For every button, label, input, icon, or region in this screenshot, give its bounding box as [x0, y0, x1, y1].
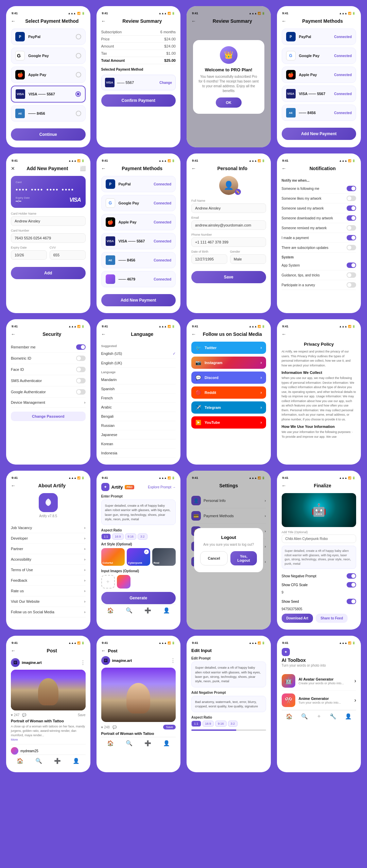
- about-website[interactable]: Visit Our Website›: [11, 596, 86, 607]
- tab-home[interactable]: 🏠: [107, 607, 114, 614]
- tab-profile[interactable]: 👤: [163, 740, 170, 746]
- change-link[interactable]: Change: [159, 81, 172, 85]
- chip-1-1[interactable]: 1:1: [101, 534, 111, 540]
- tab-profile[interactable]: 👤: [163, 607, 170, 614]
- scan-icon[interactable]: ⬜: [80, 166, 86, 171]
- toggle-survey[interactable]: [347, 282, 356, 288]
- security-device[interactable]: Device Management ›: [11, 398, 86, 408]
- tab-post[interactable]: ➕: [54, 758, 61, 764]
- about-social[interactable]: Follow us on Social Media›: [11, 607, 86, 617]
- tab-home[interactable]: 🏠: [107, 740, 114, 746]
- edit-prompt-text[interactable]: Super detailed, create a nft of happy ba…: [191, 662, 266, 687]
- applepay-radio[interactable]: [76, 72, 81, 77]
- style-real[interactable]: Real: [152, 548, 176, 566]
- toggle-cfg[interactable]: [347, 582, 356, 587]
- social-discord[interactable]: 💬 Discord ›: [191, 372, 266, 384]
- toggle-appsystem[interactable]: [347, 263, 356, 268]
- back-button[interactable]: ←: [282, 483, 286, 488]
- toggle-remixed[interactable]: [347, 225, 356, 231]
- about-partner[interactable]: Partner›: [11, 544, 86, 554]
- phone-input[interactable]: [191, 237, 266, 247]
- about-job[interactable]: Job Vacancy›: [11, 523, 86, 533]
- google-item[interactable]: G Google Pay Connected: [101, 195, 176, 211]
- chip-9-16[interactable]: 9:16: [125, 534, 137, 540]
- lang-english-uk[interactable]: English (UK): [101, 359, 176, 368]
- more-icon[interactable]: ⋮: [170, 657, 176, 664]
- back-button[interactable]: ←: [101, 648, 106, 653]
- card-number-input[interactable]: [11, 233, 86, 243]
- toolbox-anime-gen[interactable]: 🎌 Anime Generator Turn your words or pho…: [282, 691, 356, 710]
- title-input[interactable]: [282, 535, 356, 543]
- tab-toolbox[interactable]: 🔧: [330, 713, 336, 720]
- more-link[interactable]: More: [11, 738, 86, 741]
- add-payment-button[interactable]: Add New Payment: [101, 294, 176, 306]
- yes-logout-button[interactable]: Yes, Logout: [230, 551, 257, 565]
- payment-applepay[interactable]: 🍎 Apple Pay: [11, 67, 86, 83]
- email-input[interactable]: [191, 220, 266, 230]
- gender-input[interactable]: [230, 254, 266, 264]
- google-item[interactable]: G Google Pay Connected: [282, 48, 356, 64]
- tab-search[interactable]: 🔍: [35, 758, 42, 764]
- lang-english-us[interactable]: English (US)✓: [101, 349, 176, 359]
- toggle-payment[interactable]: [347, 235, 356, 240]
- social-reddit[interactable]: 🔴 Reddit ›: [191, 386, 266, 399]
- toggle-faceid[interactable]: [76, 367, 86, 372]
- neg-prompt-text[interactable]: Bad anatomy, watermark, text, error, blu…: [191, 696, 266, 712]
- explore-link[interactable]: Explore Prompt →: [148, 485, 176, 489]
- prompt-text[interactable]: Super detailed, create a nft of happy ba…: [101, 500, 176, 525]
- edit-avatar-button[interactable]: ✏️: [235, 189, 241, 195]
- upload-button[interactable]: +: [101, 575, 115, 589]
- save-btn[interactable]: Save: [163, 725, 176, 729]
- chip-3-2[interactable]: 3:2: [228, 721, 238, 727]
- payment-googlepay[interactable]: G Google Pay: [11, 48, 86, 64]
- add-payment-button[interactable]: Add New Payment: [282, 128, 356, 140]
- save-btn[interactable]: Save: [78, 713, 86, 717]
- about-feedback[interactable]: Feedback›: [11, 575, 86, 586]
- toggle-downloaded[interactable]: [347, 215, 356, 221]
- tab-home[interactable]: 🏠: [17, 758, 23, 764]
- dob-input[interactable]: [191, 254, 227, 264]
- toggle-following[interactable]: [347, 186, 356, 191]
- back-button[interactable]: ←: [101, 18, 106, 24]
- change-password-button[interactable]: Change Password: [11, 412, 86, 421]
- apple-item[interactable]: 🍎 Apple Pay Connected: [282, 67, 356, 83]
- payment-paypal[interactable]: P PayPal: [11, 29, 86, 45]
- chip-1-1[interactable]: 1:1: [191, 721, 201, 727]
- social-instagram[interactable]: 📷 Instagram ›: [191, 357, 266, 369]
- about-rate[interactable]: Rate us›: [11, 586, 86, 596]
- chip-9-16[interactable]: 9:16: [215, 721, 227, 727]
- lang-bengali[interactable]: Bengali: [101, 412, 176, 421]
- visa-radio[interactable]: [75, 91, 81, 97]
- chip-3-2[interactable]: 3:2: [138, 534, 147, 540]
- lang-arabic[interactable]: Arabic: [101, 403, 176, 412]
- paypal-item[interactable]: P PayPal Connected: [101, 176, 176, 192]
- tab-search[interactable]: 🔍: [126, 740, 133, 746]
- ok-button[interactable]: OK: [216, 97, 242, 108]
- about-terms[interactable]: Terms of Use›: [11, 565, 86, 575]
- toolbox-avatar-gen[interactable]: 🤖 AI Avatar Generator Create your words …: [282, 671, 356, 691]
- more-icon[interactable]: ⋮: [80, 659, 86, 666]
- back-button[interactable]: ←: [11, 483, 16, 488]
- chip-16-9[interactable]: 16:9: [203, 721, 214, 727]
- visa-item[interactable]: VISA VISA —— 5567 Connected: [101, 233, 176, 249]
- googlepay-radio[interactable]: [76, 53, 81, 58]
- continue-button[interactable]: Continue: [11, 128, 86, 141]
- back-button[interactable]: ←: [191, 331, 196, 337]
- tab-home[interactable]: 🏠: [286, 713, 293, 720]
- chip-16-9[interactable]: 16:9: [112, 534, 124, 540]
- back-button[interactable]: ←: [101, 331, 106, 337]
- lang-indonesia[interactable]: Indonesia: [101, 449, 176, 458]
- expiry-input[interactable]: [11, 250, 47, 260]
- cancel-button[interactable]: Cancel: [200, 551, 227, 565]
- back-button[interactable]: ←: [282, 331, 286, 337]
- toggle-biometric[interactable]: [76, 356, 86, 361]
- back-button[interactable]: ←: [101, 166, 106, 171]
- payment-amex[interactable]: AE —— 8456: [11, 105, 86, 122]
- back-button[interactable]: ←: [11, 648, 16, 653]
- purple-card-item[interactable]: —— 4679 Connected: [101, 271, 176, 287]
- visa-item[interactable]: VISA VISA —— 5567 Connected: [282, 86, 356, 102]
- back-button[interactable]: ←: [282, 18, 286, 24]
- toggle-guidance[interactable]: [347, 272, 356, 278]
- social-youtube[interactable]: ▶️ YouTube ›: [191, 416, 266, 429]
- lang-japanese[interactable]: Japanese: [101, 430, 176, 439]
